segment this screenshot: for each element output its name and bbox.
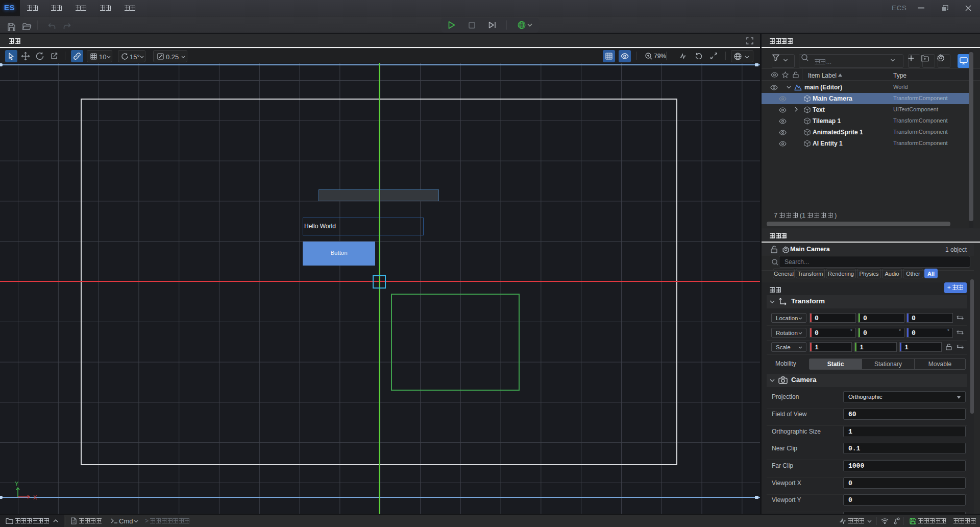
- svg-text:X: X: [33, 494, 37, 500]
- svg-text:Y: Y: [15, 481, 19, 487]
